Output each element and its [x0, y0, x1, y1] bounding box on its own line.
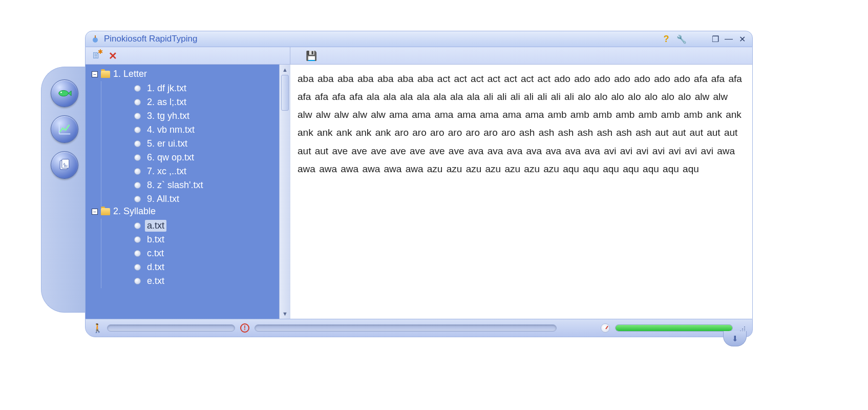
svg-point-0 [58, 90, 68, 96]
collapse-toggle[interactable]: − [92, 209, 98, 215]
file-bullet-icon [134, 264, 141, 271]
collapse-toggle[interactable]: − [92, 71, 98, 77]
file-bullet-icon [134, 222, 141, 229]
file-tree-panel: −1. Letter1. df jk.txt2. as l;.txt3. tg … [86, 65, 290, 319]
tree-file[interactable]: b.txt [134, 233, 286, 247]
folder-label: 1. Letter [113, 69, 147, 79]
chart-icon [57, 121, 72, 137]
folder-label: 2. Syllable [113, 206, 156, 217]
app-window: A BC Pinokiosoft RapidTyping ? 🔧 ❐ — ✕ 🗎… [41, 31, 753, 338]
tree-file[interactable]: 8. z` slash'.txt [134, 178, 286, 192]
tree-file[interactable]: 7. xc ,..txt [134, 165, 286, 178]
file-bullet-icon [134, 85, 141, 92]
scroll-thumb[interactable] [281, 75, 289, 111]
status-bar: 🚶 ! ⬇ [85, 319, 753, 337]
lesson-text-panel[interactable]: aba aba aba aba aba aba aba act act act … [290, 65, 752, 319]
svg-marker-1 [68, 91, 71, 95]
tree-folder[interactable]: −1. Letter [92, 69, 286, 79]
tree-file[interactable]: e.txt [134, 274, 286, 288]
svg-text:BC: BC [64, 165, 68, 168]
content-area: −1. Letter1. df jk.txt2. as l;.txt3. tg … [86, 65, 752, 319]
tree-file[interactable]: 2. as l;.txt [134, 95, 286, 109]
minimize-button[interactable]: — [724, 34, 734, 44]
error-indicator-icon: ! [240, 323, 249, 333]
file-label: b.txt [145, 234, 166, 245]
side-rail: A BC [41, 67, 87, 313]
resize-grip[interactable] [738, 324, 745, 332]
file-label: 3. tg yh.txt [145, 110, 192, 122]
tree-file-group: a.txtb.txtc.txtd.txte.txt [101, 219, 286, 288]
file-bullet-icon [134, 196, 141, 202]
tree-file[interactable]: 5. er ui.txt [134, 137, 286, 151]
file-label: 8. z` slash'.txt [145, 179, 205, 191]
folder-icon [101, 208, 110, 215]
tree-file[interactable]: c.txt [134, 247, 286, 260]
expand-down-button[interactable]: ⬇ [723, 331, 747, 346]
tree-file[interactable]: 1. df jk.txt [134, 81, 286, 95]
person-icon: 🚶 [93, 323, 102, 333]
progress-track-1[interactable] [107, 324, 235, 332]
file-label: 5. er ui.txt [145, 138, 189, 150]
tree-file[interactable]: d.txt [134, 260, 286, 274]
file-bullet-icon [134, 278, 141, 284]
tree-file-group: 1. df jk.txt2. as l;.txt3. tg yh.txt4. v… [101, 81, 286, 206]
toolbar-right: 💾 [290, 47, 752, 64]
help-button[interactable]: ? [661, 34, 671, 44]
restore-button[interactable]: ❐ [710, 34, 721, 44]
file-bullet-icon [134, 113, 141, 119]
speed-track[interactable] [615, 324, 733, 332]
file-label: a.txt [145, 220, 166, 232]
file-label: 1. df jk.txt [145, 83, 188, 94]
toolbar-left: 🗎 ✕ [86, 47, 290, 64]
file-tree: −1. Letter1. df jk.txt2. as l;.txt3. tg … [86, 65, 290, 292]
file-label: 2. as l;.txt [145, 96, 188, 108]
file-bullet-icon [134, 236, 141, 243]
lessons-button[interactable] [51, 79, 78, 107]
new-document-button[interactable]: 🗎 [91, 50, 102, 61]
delete-document-button[interactable]: ✕ [107, 50, 118, 61]
file-label: e.txt [145, 275, 166, 287]
save-button[interactable]: 💾 [306, 50, 317, 61]
file-bullet-icon [134, 182, 141, 189]
speed-gauge-icon [601, 323, 610, 333]
scroll-down-arrow[interactable]: ▼ [280, 309, 290, 319]
file-label: 6. qw op.txt [145, 152, 196, 163]
tree-file[interactable]: 3. tg yh.txt [134, 109, 286, 123]
app-title: Pinokiosoft RapidTyping [104, 34, 197, 44]
app-icon [91, 34, 100, 44]
documents-icon: A BC [57, 158, 72, 172]
tree-folder[interactable]: −2. Syllable [92, 206, 286, 217]
tree-file[interactable]: 9. All.txt [134, 192, 286, 206]
statistics-button[interactable] [51, 115, 78, 143]
tree-scrollbar[interactable]: ▲ ▼ [279, 65, 290, 319]
tree-file[interactable]: a.txt [134, 219, 286, 233]
settings-button[interactable]: 🔧 [676, 34, 687, 44]
scroll-track[interactable] [280, 75, 290, 309]
lesson-editor-button[interactable]: A BC [51, 151, 78, 179]
file-label: d.txt [145, 261, 166, 273]
scroll-up-arrow[interactable]: ▲ [280, 65, 290, 75]
tree-file[interactable]: 6. qw op.txt [134, 151, 286, 165]
file-bullet-icon [134, 99, 141, 106]
folder-icon [101, 71, 110, 78]
file-label: 9. All.txt [145, 193, 181, 205]
file-bullet-icon [134, 250, 141, 257]
svg-rect-10 [95, 35, 96, 38]
close-button[interactable]: ✕ [737, 34, 747, 44]
file-bullet-icon [134, 168, 141, 175]
file-label: 7. xc ,..txt [145, 166, 188, 177]
file-bullet-icon [134, 154, 141, 161]
file-label: 4. vb nm.txt [145, 124, 197, 136]
progress-track-2[interactable] [255, 324, 557, 332]
file-label: c.txt [145, 248, 166, 259]
fish-icon [57, 86, 72, 101]
toolbar: 🗎 ✕ 💾 [86, 47, 752, 65]
svg-point-9 [93, 37, 98, 43]
main-frame: 🗎 ✕ 💾 −1. Letter1. df jk.txt2. as l;.txt… [85, 47, 753, 319]
title-bar: Pinokiosoft RapidTyping ? 🔧 ❐ — ✕ [85, 31, 753, 47]
tree-file[interactable]: 4. vb nm.txt [134, 123, 286, 137]
file-bullet-icon [134, 127, 141, 133]
file-bullet-icon [134, 140, 141, 147]
svg-point-2 [60, 92, 62, 93]
